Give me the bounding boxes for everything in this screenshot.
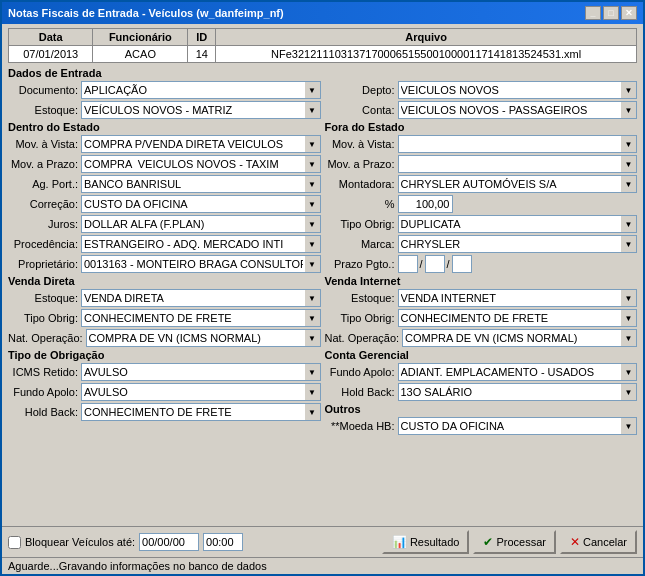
tipo-obrig-row: Tipo Obrig: ▼ (325, 215, 638, 233)
to-fundo-apolo-dropdown[interactable]: ▼ (305, 383, 321, 401)
vi-nat-dropdown[interactable]: ▼ (621, 329, 637, 347)
correcao-dropdown[interactable]: ▼ (305, 195, 321, 213)
documento-row: Documento: ▼ (8, 81, 321, 99)
bottom-bar: Bloquear Veículos até: 📊 Resultado ✔ Pro… (2, 526, 643, 557)
vi-nat-input[interactable] (402, 329, 621, 347)
vi-tipo-input[interactable] (398, 309, 622, 327)
vd-nat-input[interactable] (86, 329, 305, 347)
correcao-input[interactable] (81, 195, 305, 213)
processar-button[interactable]: ✔ Processar (473, 530, 556, 554)
fora-prazo-input[interactable] (398, 155, 622, 173)
col-funcionario: Funcionário (93, 29, 188, 46)
moeda-hb-dropdown[interactable]: ▼ (621, 417, 637, 435)
montadora-row: Montadora: ▼ (325, 175, 638, 193)
juros-input[interactable] (81, 215, 305, 233)
estoque-label: Estoque: (8, 104, 78, 116)
cg-hold-back-input[interactable] (398, 383, 622, 401)
proprietario-input[interactable] (81, 255, 305, 273)
marca-input[interactable] (398, 235, 622, 253)
depto-row: Depto: ▼ (325, 81, 638, 99)
main-window: Notas Fiscais de Entrada - Veículos (w_d… (0, 0, 645, 576)
vd-estoque-input[interactable] (81, 289, 305, 307)
prazo-day[interactable] (398, 255, 418, 273)
to-fundo-apolo-field: ▼ (81, 383, 321, 401)
vd-estoque-dropdown[interactable]: ▼ (305, 289, 321, 307)
to-hold-back-label: Hold Back: (8, 406, 78, 418)
cg-fundo-apolo-dropdown[interactable]: ▼ (621, 363, 637, 381)
fora-vista-row: Mov. à Vista: ▼ (325, 135, 638, 153)
maximize-button[interactable]: □ (603, 6, 619, 20)
depto-input[interactable] (398, 81, 622, 99)
cancelar-icon: ✕ (570, 535, 580, 549)
fora-prazo-dropdown[interactable]: ▼ (621, 155, 637, 173)
conta-dropdown[interactable]: ▼ (621, 101, 637, 119)
resultado-button[interactable]: 📊 Resultado (382, 530, 470, 554)
to-hold-back-input[interactable] (81, 403, 305, 421)
vi-tipo-field: ▼ (398, 309, 638, 327)
cg-fundo-apolo-field: ▼ (398, 363, 638, 381)
agport-input[interactable] (81, 175, 305, 193)
to-hold-back-dropdown[interactable]: ▼ (305, 403, 321, 421)
documento-dropdown[interactable]: ▼ (305, 81, 321, 99)
depto-dropdown[interactable]: ▼ (621, 81, 637, 99)
procedencia-input[interactable] (81, 235, 305, 253)
icms-retido-label: ICMS Retido: (8, 366, 78, 378)
vd-nat-field: ▼ (86, 329, 321, 347)
estoque-input[interactable] (81, 101, 305, 119)
financial-section: Ag. Port.: ▼ Correção: ▼ Juros: (8, 175, 637, 275)
vi-estoque-input[interactable] (398, 289, 622, 307)
dentro-prazo-dropdown[interactable]: ▼ (305, 155, 321, 173)
procedencia-row: Procedência: ▼ (8, 235, 321, 253)
icms-retido-dropdown[interactable]: ▼ (305, 363, 321, 381)
vi-tipo-dropdown[interactable]: ▼ (621, 309, 637, 327)
proprietario-dropdown[interactable]: ▼ (305, 255, 321, 273)
tipo-obrig-dropdown[interactable]: ▼ (621, 215, 637, 233)
vd-nat-label: Nat. Operação: (8, 332, 83, 344)
vd-nat-dropdown[interactable]: ▼ (305, 329, 321, 347)
documento-label: Documento: (8, 84, 78, 96)
estoque-field: ▼ (81, 101, 321, 119)
vi-nat-field: ▼ (402, 329, 637, 347)
fora-vista-input[interactable] (398, 135, 622, 153)
close-button[interactable]: ✕ (621, 6, 637, 20)
icms-retido-input[interactable] (81, 363, 305, 381)
conta-input[interactable] (398, 101, 622, 119)
juros-dropdown[interactable]: ▼ (305, 215, 321, 233)
resultado-label: Resultado (410, 536, 460, 548)
row-id: 14 (188, 46, 216, 63)
dentro-vista-dropdown[interactable]: ▼ (305, 135, 321, 153)
tipo-obrig-input[interactable] (398, 215, 622, 233)
prazo-year[interactable] (452, 255, 472, 273)
prazo-pgto-fields: / / (398, 255, 472, 273)
documento-input[interactable] (81, 81, 305, 99)
procedencia-dropdown[interactable]: ▼ (305, 235, 321, 253)
dentro-prazo-input[interactable] (81, 155, 305, 173)
montadora-input[interactable] (398, 175, 622, 193)
bloquear-date-input[interactable] (139, 533, 199, 551)
estoque-row: Estoque: ▼ (8, 101, 321, 119)
marca-dropdown[interactable]: ▼ (621, 235, 637, 253)
col-data: Data (9, 29, 93, 46)
montadora-dropdown[interactable]: ▼ (621, 175, 637, 193)
conta-gerencial-col: Conta Gerencial Fundo Apolo: ▼ Hold Back… (325, 349, 638, 437)
cg-fundo-apolo-input[interactable] (398, 363, 622, 381)
venda-internet-title: Venda Internet (325, 275, 638, 287)
bloquear-time-input[interactable] (203, 533, 243, 551)
cg-hold-back-dropdown[interactable]: ▼ (621, 383, 637, 401)
dentro-estado: Dentro do Estado Mov. à Vista: ▼ Mov. a … (8, 121, 321, 175)
fora-vista-dropdown[interactable]: ▼ (621, 135, 637, 153)
dentro-vista-input[interactable] (81, 135, 305, 153)
to-fundo-apolo-input[interactable] (81, 383, 305, 401)
vd-tipo-input[interactable] (81, 309, 305, 327)
bloquear-checkbox[interactable] (8, 536, 21, 549)
minimize-button[interactable]: _ (585, 6, 601, 20)
moeda-hb-input[interactable] (398, 417, 622, 435)
cancelar-button[interactable]: ✕ Cancelar (560, 530, 637, 554)
agport-dropdown[interactable]: ▼ (305, 175, 321, 193)
vi-estoque-dropdown[interactable]: ▼ (621, 289, 637, 307)
agport-field: ▼ (81, 175, 321, 193)
percent-input[interactable] (398, 195, 453, 213)
vd-tipo-dropdown[interactable]: ▼ (305, 309, 321, 327)
estoque-dropdown[interactable]: ▼ (305, 101, 321, 119)
prazo-month[interactable] (425, 255, 445, 273)
